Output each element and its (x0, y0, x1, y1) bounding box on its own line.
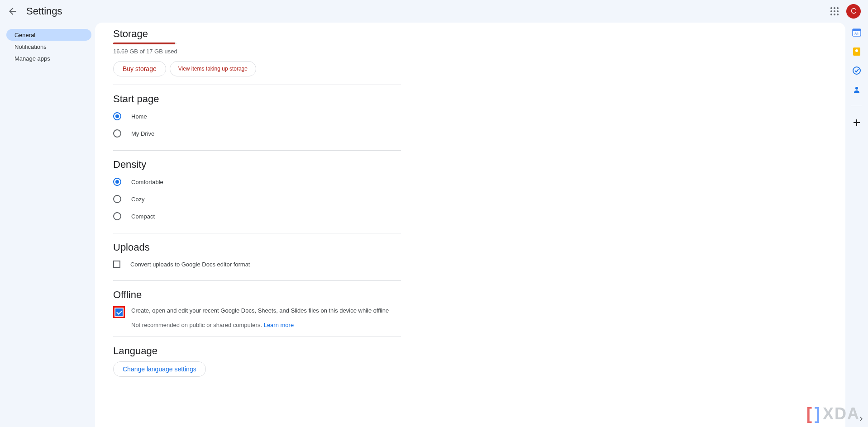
checkbox-option-convert-uploads[interactable]: Convert uploads to Google Docs editor fo… (113, 256, 401, 272)
sidebar-item-label: Notifications (14, 43, 47, 50)
learn-more-link[interactable]: Learn more (264, 322, 294, 328)
svg-text:31: 31 (854, 32, 859, 36)
buy-storage-button[interactable]: Buy storage (113, 61, 166, 76)
svg-rect-1 (853, 29, 861, 31)
chevron-right-icon (857, 415, 865, 423)
radio-icon (113, 195, 121, 203)
option-label: Comfortable (131, 179, 163, 185)
section-storage: Storage 16.69 GB of 17 GB used Buy stora… (113, 28, 401, 76)
back-button[interactable] (7, 6, 18, 17)
storage-progress (113, 43, 176, 44)
option-label: Home (131, 113, 147, 120)
radio-option-my-drive[interactable]: My Drive (113, 125, 401, 142)
sidebar: General Notifications Manage apps (0, 23, 95, 427)
section-uploads: Uploads Convert uploads to Google Docs e… (113, 233, 401, 272)
sidebar-item-label: General (14, 32, 35, 38)
option-label: Compact (131, 213, 155, 220)
change-language-button[interactable]: Change language settings (113, 361, 206, 377)
view-storage-items-button[interactable]: View items taking up storage (170, 61, 256, 76)
radio-option-cozy[interactable]: Cozy (113, 190, 401, 208)
radio-icon (113, 178, 121, 186)
arrow-back-icon (7, 6, 18, 17)
show-side-panel-button[interactable] (857, 415, 865, 424)
section-heading-offline: Offline (113, 289, 401, 301)
radio-icon (113, 212, 121, 220)
keep-icon[interactable] (852, 47, 861, 56)
sidebar-item-general[interactable]: General (6, 29, 91, 41)
radio-icon (113, 129, 121, 138)
checkbox-offline[interactable] (115, 308, 123, 316)
section-offline: Offline Create, open and edit your recen… (113, 280, 401, 328)
account-avatar[interactable]: C (846, 4, 861, 19)
page-title: Settings (26, 5, 62, 17)
storage-usage-text: 16.69 GB of 17 GB used (113, 48, 401, 55)
offline-subtext: Not recommended on public or shared comp… (131, 322, 401, 328)
topbar: Settings C (0, 0, 868, 23)
google-apps-button[interactable] (829, 6, 840, 17)
get-addons-button[interactable] (852, 118, 861, 127)
option-label: My Drive (131, 130, 154, 137)
section-heading-density: Density (113, 159, 401, 171)
sidebar-item-label: Manage apps (14, 55, 50, 62)
svg-point-4 (855, 49, 858, 52)
calendar-icon[interactable]: 31 (852, 28, 861, 37)
section-heading-language: Language (113, 345, 401, 357)
section-heading-storage: Storage (113, 28, 401, 40)
option-label: Cozy (131, 196, 145, 203)
tasks-icon[interactable] (852, 66, 861, 75)
radio-option-compact[interactable]: Compact (113, 208, 401, 225)
section-heading-start-page: Start page (113, 93, 401, 105)
radio-icon (113, 112, 121, 120)
checkbox-icon (113, 261, 120, 268)
section-density: Density Comfortable Cozy Compact (113, 150, 401, 225)
svg-point-6 (855, 87, 858, 90)
highlight-annotation (113, 306, 125, 318)
section-heading-uploads: Uploads (113, 242, 401, 253)
settings-content: Storage 16.69 GB of 17 GB used Buy stora… (95, 23, 845, 427)
sidebar-item-manage-apps[interactable]: Manage apps (6, 52, 91, 64)
side-panel: 31 (845, 23, 868, 427)
rail-divider (851, 106, 862, 106)
section-start-page: Start page Home My Drive (113, 85, 401, 142)
radio-option-home[interactable]: Home (113, 108, 401, 125)
option-label: Convert uploads to Google Docs editor fo… (130, 261, 250, 268)
radio-option-comfortable[interactable]: Comfortable (113, 173, 401, 190)
contacts-icon[interactable] (852, 85, 861, 94)
subtext-prefix: Not recommended on public or shared comp… (131, 322, 264, 328)
option-label: Create, open and edit your recent Google… (131, 307, 389, 314)
section-language: Language Change language settings (113, 337, 401, 377)
sidebar-item-notifications[interactable]: Notifications (6, 41, 91, 52)
svg-point-5 (853, 67, 860, 74)
